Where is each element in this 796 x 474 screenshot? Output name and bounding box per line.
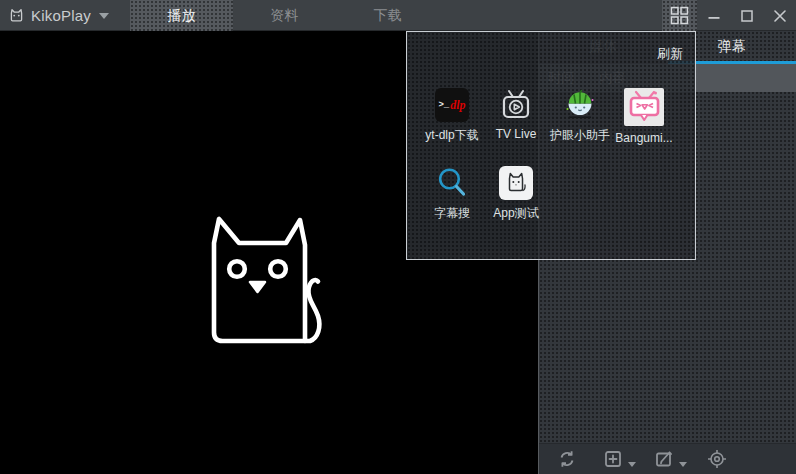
- app-item-bangumi[interactable]: Bangumi...: [612, 88, 676, 146]
- edit-icon: [654, 449, 674, 469]
- kikoplay-cat-placeholder-icon: [206, 180, 328, 348]
- app-item-subtitle-search[interactable]: 字幕搜: [420, 166, 484, 224]
- refresh-apps-button[interactable]: 刷新: [657, 45, 683, 63]
- tv-play-icon: [499, 88, 533, 122]
- app-grid: >_ dlp yt-dlp下载 TV Live: [420, 88, 684, 244]
- add-danmaku-button[interactable]: [603, 449, 636, 469]
- app-item-app-test[interactable]: App测试: [484, 166, 548, 224]
- kikoplay-window: KikoPlay 播放 资料 下载: [0, 0, 796, 474]
- titlebar: KikoPlay 播放 资料 下载: [0, 0, 796, 31]
- main-tabs: 播放 资料 下载: [130, 0, 439, 31]
- dropdown-caret-icon: [679, 462, 687, 467]
- dlp-text: dlp: [450, 98, 465, 113]
- app-item-ytdlp[interactable]: >_ dlp yt-dlp下载: [420, 88, 484, 146]
- chevron-down-icon: [99, 13, 109, 19]
- add-icon: [603, 449, 623, 469]
- app-item-eye-care[interactable]: 护眼小助手: [548, 88, 612, 146]
- app-test-cat-icon: [499, 166, 533, 200]
- app-label: yt-dlp下载: [425, 127, 478, 144]
- app-label: 护眼小助手: [550, 127, 610, 144]
- minimize-icon: [708, 10, 720, 22]
- tab-library[interactable]: 资料: [233, 0, 336, 31]
- danmaku-position-button[interactable]: [707, 449, 727, 469]
- terminal-prompt-text: >_: [438, 100, 449, 110]
- app-launcher-popup: 刷新 >_ dlp yt-dlp下载 TV Liv: [406, 31, 696, 260]
- app-menu-button[interactable]: KikoPlay: [8, 0, 109, 31]
- app-label: Bangumi...: [615, 131, 672, 145]
- window-controls: [662, 0, 796, 31]
- app-item-tv-live[interactable]: TV Live: [484, 88, 548, 146]
- kikoplay-logo-icon: [8, 7, 25, 24]
- position-target-icon: [707, 449, 727, 469]
- edit-danmaku-button[interactable]: [654, 449, 687, 469]
- app-label: 字幕搜: [434, 205, 470, 222]
- app-label: App测试: [493, 205, 538, 222]
- refresh-danmaku-button[interactable]: [557, 449, 577, 469]
- eye-care-melon-icon: [563, 88, 597, 122]
- app-launcher-button[interactable]: [662, 0, 697, 31]
- tab-play[interactable]: 播放: [130, 0, 233, 31]
- dropdown-caret-icon: [628, 462, 636, 467]
- close-icon: [774, 10, 786, 22]
- tab-download[interactable]: 下载: [336, 0, 439, 31]
- yt-dlp-terminal-icon: >_ dlp: [435, 88, 469, 122]
- close-button[interactable]: [763, 0, 796, 31]
- maximize-button[interactable]: [730, 0, 763, 31]
- danmaku-toolbar: [539, 443, 796, 474]
- subtitle-search-magnifier-icon: [435, 166, 469, 200]
- app-label: TV Live: [496, 127, 537, 141]
- app-grid-icon: [670, 6, 689, 25]
- app-title: KikoPlay: [31, 7, 91, 24]
- sync-icon: [557, 449, 577, 469]
- maximize-icon: [741, 10, 753, 22]
- minimize-button[interactable]: [697, 0, 730, 31]
- bangumi-tv-icon: [624, 88, 664, 126]
